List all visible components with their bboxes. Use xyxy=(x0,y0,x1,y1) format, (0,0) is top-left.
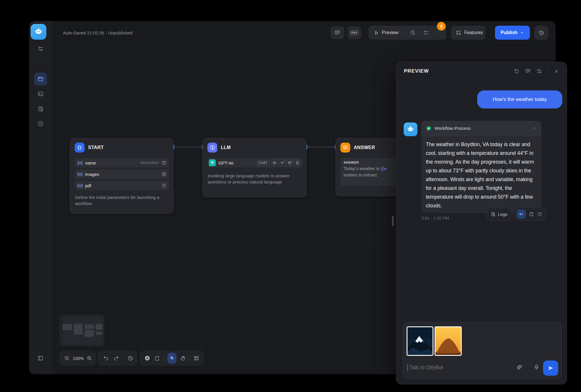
publish-label: Publish xyxy=(501,30,518,35)
workflow-process-label: Workflow Process xyxy=(435,126,529,131)
screen: Auto-Saved 21:02:35 · Unpublished ENV Pr… xyxy=(0,0,581,392)
voice-input-button[interactable] xyxy=(533,364,540,370)
robot-icon xyxy=(34,27,43,36)
answer-output-variable: {{w xyxy=(381,166,387,171)
sidebar-item-api[interactable] xyxy=(34,88,47,100)
node-start[interactable]: START {x} name REQUIRED {x} images {x} p… xyxy=(70,138,174,214)
features-button[interactable]: Features xyxy=(451,26,485,40)
add-note-button[interactable] xyxy=(154,355,160,361)
llm-model-selector[interactable]: GPT-4o CHAT xyxy=(207,158,302,167)
preview-settings-button[interactable] xyxy=(536,68,542,74)
env-button[interactable]: ENV xyxy=(348,26,361,39)
llm-node-description: Invoking large language models to answer… xyxy=(208,173,300,185)
undo-button[interactable] xyxy=(103,355,109,361)
autosave-status: Auto-Saved 21:02:35 · Unpublished xyxy=(63,30,132,35)
zoom-level[interactable]: 100% xyxy=(73,356,84,361)
logs-button[interactable]: Logs xyxy=(487,208,511,220)
text-type-icon xyxy=(161,160,167,165)
sidebar-item-logs[interactable] xyxy=(34,102,47,115)
zoom-out-button[interactable] xyxy=(64,355,70,361)
header-divider xyxy=(548,68,548,74)
add-node-button[interactable] xyxy=(144,355,150,361)
sidebar-collapse-button[interactable] xyxy=(34,352,47,365)
sidebar-item-monitoring[interactable] xyxy=(34,117,47,130)
copy-button[interactable] xyxy=(529,211,534,217)
answer-node-icon xyxy=(340,143,350,153)
panel-resize-handle[interactable] xyxy=(392,216,394,226)
pointer-mode-button[interactable] xyxy=(167,353,176,364)
robot-icon xyxy=(407,125,414,133)
edge-llm-answer xyxy=(307,147,335,147)
checklist-button[interactable] xyxy=(421,28,431,38)
sidebar-item-orchestrate[interactable] xyxy=(34,73,47,85)
redo-button[interactable] xyxy=(113,355,119,361)
publish-button[interactable]: Publish xyxy=(495,26,530,40)
regenerate-button[interactable] xyxy=(537,211,542,217)
variable-icon: {x} xyxy=(77,172,83,176)
minimap-node xyxy=(62,324,72,330)
preview-run-label: Preview xyxy=(382,30,398,35)
version-history-button[interactable] xyxy=(534,26,548,40)
organize-nodes-button[interactable] xyxy=(193,355,200,361)
start-field-name[interactable]: {x} name REQUIRED xyxy=(75,158,169,167)
sidebar-item-settings[interactable] xyxy=(34,42,47,55)
bot-avatar xyxy=(404,123,417,136)
start-node-description: Define the initial parameters for launch… xyxy=(75,194,162,206)
close-icon[interactable] xyxy=(554,69,559,74)
openai-logo xyxy=(209,159,216,166)
node-llm[interactable]: LLM GPT-4o CHAT Invoking large language … xyxy=(202,138,307,197)
app-logo[interactable] xyxy=(31,24,46,40)
llm-node-icon xyxy=(207,143,217,153)
minimap-node xyxy=(85,330,94,337)
run-history-button[interactable] xyxy=(408,28,418,38)
model-name: GPT-4o xyxy=(218,160,234,165)
conversation-variables-button[interactable] xyxy=(525,68,531,74)
vision-capability-icon xyxy=(272,160,278,166)
toolbar-divider xyxy=(190,355,190,361)
history-icon xyxy=(538,30,545,36)
document-capability-icon xyxy=(294,160,301,166)
hand-mode-button[interactable] xyxy=(180,355,186,361)
files-type-icon xyxy=(161,183,167,188)
sidebar-divider xyxy=(35,61,46,61)
env-icon: ENV xyxy=(350,31,358,35)
message-meta: 5.6s · 1:20 PM xyxy=(421,216,449,220)
start-field-pdf[interactable]: {x} pdf xyxy=(75,181,169,190)
restart-conversation-button[interactable] xyxy=(514,68,519,74)
history-controls xyxy=(98,351,137,365)
change-history-button[interactable] xyxy=(127,355,134,361)
minimap[interactable] xyxy=(60,315,104,346)
window-icon xyxy=(37,76,44,82)
chevron-down-icon xyxy=(520,31,524,35)
minimap-node xyxy=(96,332,103,335)
bot-message-card: Workflow Process The weather in Boydton,… xyxy=(421,121,541,213)
zoom-controls: 100% xyxy=(60,351,96,365)
preview-header: PREVIEW xyxy=(396,62,567,80)
message-actions xyxy=(513,208,545,220)
required-tag: REQUIRED xyxy=(141,161,159,164)
paragraph-type-icon xyxy=(161,172,167,177)
attach-file-button[interactable] xyxy=(516,364,523,371)
zoom-in-button[interactable] xyxy=(86,355,92,361)
gauge-icon xyxy=(37,120,44,127)
video-capability-icon xyxy=(287,160,293,166)
send-button[interactable] xyxy=(543,360,558,376)
start-field-images[interactable]: {x} images xyxy=(75,169,169,179)
chevron-right-icon xyxy=(532,126,537,131)
canvas-tools xyxy=(140,351,204,365)
workflow-process-row[interactable]: Workflow Process xyxy=(421,121,541,136)
collapse-panel-icon xyxy=(37,355,44,361)
chat-input[interactable] xyxy=(409,363,505,372)
checklist-badge: 2 xyxy=(437,22,446,31)
minimap-node xyxy=(74,324,83,335)
attachment-thumbnail-fuji[interactable] xyxy=(407,326,433,356)
minimap-node xyxy=(96,324,103,330)
speak-button[interactable] xyxy=(517,209,526,219)
audio-capability-icon xyxy=(279,160,286,166)
variable-icon: {x} xyxy=(77,183,83,188)
preview-run-button[interactable]: Preview xyxy=(374,30,398,36)
variable-inspect-button[interactable] xyxy=(330,26,344,39)
minimap-node xyxy=(85,324,94,329)
attachment-thumbnail-sunset[interactable] xyxy=(435,326,462,356)
logs-label: Logs xyxy=(498,212,508,217)
